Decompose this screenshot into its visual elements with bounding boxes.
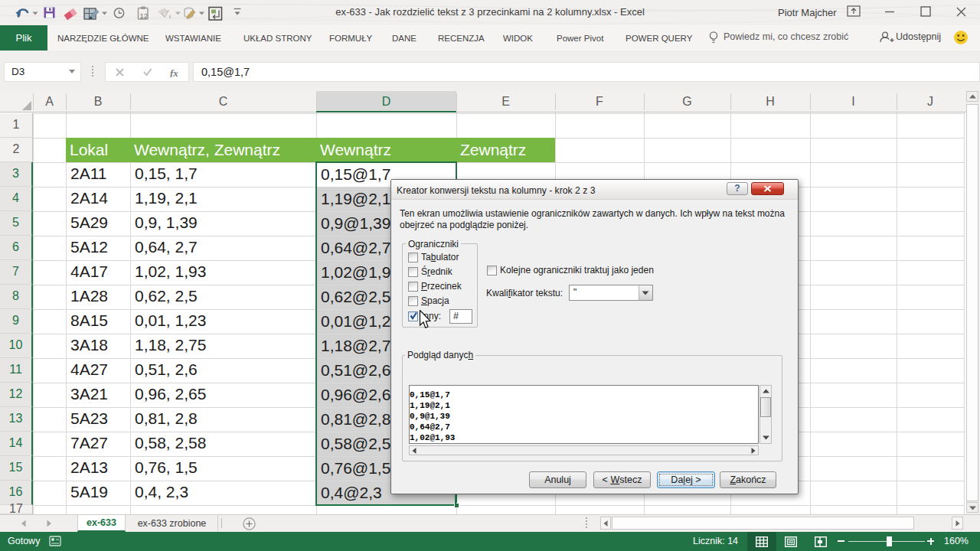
svg-text:12: 12 — [140, 11, 149, 20]
svg-text:fx: fx — [170, 67, 178, 77]
